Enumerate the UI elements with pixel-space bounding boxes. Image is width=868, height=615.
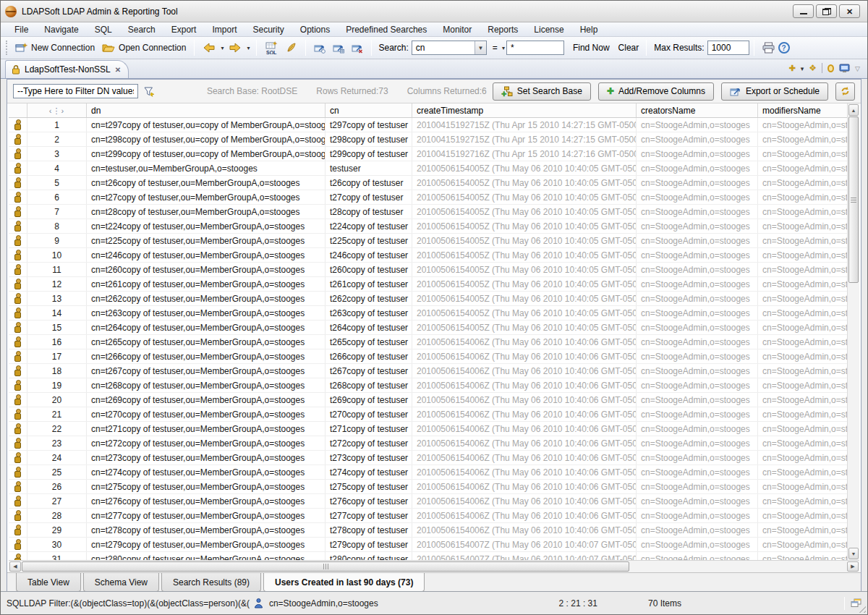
- new-connection-button[interactable]: ✦ New Connection: [12, 41, 98, 55]
- table-row[interactable]: 25cn=t274copy of testuser,ou=MemberGroup…: [9, 465, 847, 480]
- minimize-view-icon[interactable]: [855, 63, 860, 73]
- cascade-views-icon[interactable]: [809, 63, 817, 73]
- print-button[interactable]: [759, 41, 778, 55]
- table-row[interactable]: 2cn=t298copy of testuser,ou=copy of Memb…: [9, 132, 847, 147]
- restore-button[interactable]: [816, 4, 837, 18]
- menu-item-import[interactable]: Import: [204, 23, 244, 36]
- table-row[interactable]: 30cn=t279copy of testuser,ou=MemberGroup…: [9, 538, 847, 552]
- table-row[interactable]: 20cn=t269copy of testuser,ou=MemberGroup…: [9, 393, 847, 407]
- refresh-button[interactable]: [835, 82, 855, 101]
- combo-dropdown-icon[interactable]: ▼: [475, 41, 486, 54]
- table-row[interactable]: 27cn=t276copy of testuser,ou=MemberGroup…: [9, 494, 847, 509]
- vertical-scrollbar-thumb[interactable]: [848, 116, 859, 283]
- dn-filter-input[interactable]: [13, 84, 138, 98]
- table-row[interactable]: 18cn=t267copy of testuser,ou=MemberGroup…: [9, 364, 847, 378]
- back-history-dropdown[interactable]: ▾: [219, 45, 225, 51]
- horizontal-scrollbar[interactable]: ◀ ▶: [9, 560, 859, 572]
- view-tab-table-view[interactable]: Table View: [16, 573, 81, 592]
- table-row[interactable]: 13cn=t262copy of testuser,ou=MemberGroup…: [9, 292, 847, 306]
- row-number-column-header[interactable]: [27, 103, 87, 117]
- table-row[interactable]: 4cn=testuser,ou=MemberGroupA,o=stoogeste…: [9, 161, 847, 176]
- column-header-modifiersName[interactable]: modifiersName: [758, 103, 847, 117]
- clear-button[interactable]: Clear: [616, 43, 642, 53]
- set-search-base-button[interactable]: ✚ Set Search Base: [493, 82, 591, 101]
- table-row[interactable]: 17cn=t266copy of testuser,ou=MemberGroup…: [9, 349, 847, 364]
- sql-query-button[interactable]: ✦SQL: [261, 40, 281, 56]
- menu-item-predefined-searches[interactable]: Predefined Searches: [338, 23, 435, 36]
- table-row[interactable]: 16cn=t265copy of testuser,ou=MemberGroup…: [9, 335, 847, 349]
- quick-edit-button[interactable]: [281, 41, 301, 55]
- search-value-input[interactable]: [506, 41, 564, 55]
- table-row[interactable]: 29cn=t278copy of testuser,ou=MemberGroup…: [9, 523, 847, 538]
- export-schedule-button[interactable]: [310, 41, 329, 55]
- table-row[interactable]: 1cn=t297copy of testuser,ou=copy of Memb…: [9, 118, 847, 132]
- menu-item-reports[interactable]: Reports: [480, 23, 526, 36]
- windows-cascade-icon[interactable]: [851, 598, 861, 608]
- table-row[interactable]: 7cn=t28copy of testuser,ou=MemberGroupA,…: [9, 205, 847, 219]
- forward-button[interactable]: [225, 41, 245, 55]
- table-row[interactable]: 14cn=t263copy of testuser,ou=MemberGroup…: [9, 306, 847, 321]
- menu-item-license[interactable]: License: [526, 23, 571, 36]
- export-cancel-button[interactable]: [348, 41, 367, 55]
- table-row[interactable]: 9cn=t225copy of testuser,ou=MemberGroupA…: [9, 234, 847, 248]
- help-icon[interactable]: ?: [778, 42, 790, 54]
- menu-item-help[interactable]: Help: [572, 23, 606, 36]
- export-or-schedule-button[interactable]: Export or Schedule: [721, 82, 828, 101]
- table-row[interactable]: 31cn=t280copy of testuser,ou=MemberGroup…: [9, 552, 847, 560]
- find-now-button[interactable]: Find Now: [570, 43, 613, 53]
- search-attribute-combo[interactable]: cn ▼: [412, 41, 487, 55]
- menu-item-sql[interactable]: SQL: [87, 23, 120, 36]
- table-row[interactable]: 6cn=t27copy of testuser,ou=MemberGroupA,…: [9, 190, 847, 205]
- table-row[interactable]: 22cn=t271copy of testuser,ou=MemberGroup…: [9, 422, 847, 436]
- monitor-icon[interactable]: [839, 64, 850, 73]
- filter-funnel-icon[interactable]: [144, 86, 155, 97]
- view-menu-dropdown-icon[interactable]: [801, 63, 804, 73]
- vertical-scrollbar[interactable]: ▲ ▼: [847, 103, 859, 560]
- menu-item-monitor[interactable]: Monitor: [435, 23, 480, 36]
- view-tab-users-created-in-last-90-days-73-[interactable]: Users Created in last 90 days (73): [263, 573, 425, 592]
- table-row[interactable]: 8cn=t224copy of testuser,ou=MemberGroupA…: [9, 219, 847, 234]
- view-tab-schema-view[interactable]: Schema View: [83, 573, 159, 592]
- minimize-button[interactable]: [793, 4, 814, 18]
- back-button[interactable]: [199, 41, 219, 55]
- max-results-input[interactable]: [707, 41, 749, 55]
- menu-item-options[interactable]: Options: [292, 23, 338, 36]
- add-remove-columns-button[interactable]: Add/Remove Columns: [598, 82, 714, 101]
- table-row[interactable]: 15cn=t264copy of testuser,ou=MemberGroup…: [9, 321, 847, 335]
- scroll-down-icon[interactable]: ▼: [848, 548, 859, 559]
- table-row[interactable]: 21cn=t270copy of testuser,ou=MemberGroup…: [9, 407, 847, 422]
- column-header-creatorsName[interactable]: creatorsName: [637, 103, 758, 117]
- menu-item-security[interactable]: Security: [244, 23, 292, 36]
- column-header-dn[interactable]: dn: [87, 103, 326, 117]
- tab-close-icon[interactable]: [115, 64, 121, 75]
- scroll-left-icon[interactable]: ◀: [9, 561, 21, 572]
- table-row[interactable]: 12cn=t261copy of testuser,ou=MemberGroup…: [9, 277, 847, 292]
- table-row[interactable]: 24cn=t273copy of testuser,ou=MemberGroup…: [9, 451, 847, 465]
- open-connection-button[interactable]: Open Connection: [98, 41, 190, 54]
- scroll-right-icon[interactable]: ▶: [847, 561, 859, 572]
- table-row[interactable]: 23cn=t272copy of testuser,ou=MemberGroup…: [9, 436, 847, 451]
- tab-ldapsofttest-nonssl[interactable]: LdapSoftTest-NonSSL: [5, 60, 129, 78]
- forward-history-dropdown[interactable]: ▾: [245, 45, 251, 51]
- table-row[interactable]: 26cn=t275copy of testuser,ou=MemberGroup…: [9, 480, 847, 494]
- operator-dropdown[interactable]: ▾: [501, 45, 506, 51]
- table-row[interactable]: 11cn=t260copy of testuser,ou=MemberGroup…: [9, 263, 847, 277]
- close-button[interactable]: [839, 4, 860, 18]
- column-header-cn[interactable]: cn: [326, 103, 412, 117]
- scroll-up-icon[interactable]: ▲: [848, 104, 859, 116]
- menu-item-search[interactable]: Search: [120, 23, 163, 36]
- export-table-button[interactable]: [329, 41, 348, 55]
- menu-item-file[interactable]: File: [7, 23, 36, 36]
- coin-icon[interactable]: [827, 64, 834, 72]
- menu-item-navigate[interactable]: Navigate: [36, 23, 86, 36]
- table-row[interactable]: 28cn=t277copy of testuser,ou=MemberGroup…: [9, 509, 847, 523]
- view-tab-search-results-89-[interactable]: Search Results (89): [161, 573, 261, 592]
- new-view-icon[interactable]: [789, 63, 796, 73]
- column-header-createTimestamp[interactable]: createTimestamp: [412, 103, 637, 117]
- table-row[interactable]: 19cn=t268copy of testuser,ou=MemberGroup…: [9, 378, 847, 393]
- menu-item-export[interactable]: Export: [163, 23, 205, 36]
- horizontal-scrollbar-thumb[interactable]: [22, 561, 629, 572]
- table-row[interactable]: 3cn=t299copy of testuser,ou=copy of Memb…: [9, 147, 847, 161]
- table-row[interactable]: 5cn=t26copy of testuser,ou=MemberGroupA,…: [9, 176, 847, 190]
- entry-type-column-header[interactable]: [9, 103, 27, 117]
